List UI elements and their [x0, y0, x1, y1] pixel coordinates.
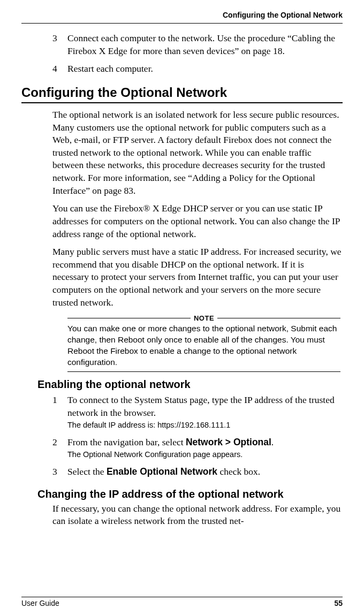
step-1: 1 To connect to the System Status page, …	[52, 394, 343, 431]
footer-left: User Guide	[21, 599, 59, 607]
step-2: 2 From the navigation bar, select Networ…	[52, 436, 343, 460]
step-text: Restart each computer.	[67, 63, 153, 75]
note-body: You can make one or more changes to the …	[67, 323, 340, 368]
step-text-c: check box.	[217, 466, 260, 477]
step-number: 2	[52, 436, 67, 460]
page-header: Configuring the Optional Network	[21, 11, 343, 24]
step-text-a: Select the	[67, 466, 107, 477]
section-heading: Configuring the Optional Network	[21, 85, 343, 103]
note-block: NOTE You can make one or more changes to…	[67, 314, 340, 372]
paragraph: If necessary, you can change the optiona…	[52, 503, 343, 528]
procedure-list-enable: 1 To connect to the System Status page, …	[52, 394, 343, 478]
page-number: 55	[334, 599, 343, 607]
step-body: From the navigation bar, select Network …	[67, 436, 274, 460]
note-rule-left	[67, 318, 191, 318]
subsection-heading: Enabling the optional network	[37, 378, 343, 391]
step-number: 1	[52, 394, 67, 431]
subsection-heading: Changing the IP address of the optional …	[37, 488, 343, 500]
step-text: Connect each computer to the network. Us…	[67, 32, 343, 57]
ui-path-bold: Network > Optional	[186, 437, 271, 447]
note-header: NOTE	[67, 314, 340, 322]
step-text-c: .	[271, 437, 274, 447]
step-3: 3 Select the Enable Optional Network che…	[52, 466, 343, 478]
running-head: Configuring the Optional Network	[223, 11, 343, 19]
paragraph: You can use the Firebox® X Edge DHCP ser…	[52, 202, 343, 240]
note-label: NOTE	[191, 314, 217, 322]
step-number: 4	[52, 63, 67, 75]
step-subtext: The default IP address is: https://192.1…	[67, 420, 343, 431]
page-footer: User Guide 55	[21, 597, 343, 607]
step-number: 3	[52, 32, 67, 57]
step-3: 3 Connect each computer to the network. …	[52, 32, 343, 57]
step-text: To connect to the System Status page, ty…	[67, 394, 335, 418]
note-rule-right	[217, 318, 340, 318]
paragraph: The optional network is an isolated netw…	[52, 109, 343, 197]
step-4: 4 Restart each computer.	[52, 63, 343, 75]
ui-control-bold: Enable Optional Network	[107, 466, 217, 477]
step-body: To connect to the System Status page, ty…	[67, 394, 343, 431]
paragraph: Many public servers must have a static I…	[52, 246, 343, 309]
footer-rule	[21, 597, 343, 597]
step-subtext: The Optional Network Configuration page …	[67, 450, 274, 460]
procedure-list-top: 3 Connect each computer to the network. …	[52, 32, 343, 75]
step-text-a: From the navigation bar, select	[67, 437, 186, 447]
step-body: Select the Enable Optional Network check…	[67, 466, 260, 478]
note-footer-rule	[67, 371, 340, 372]
step-number: 3	[52, 466, 67, 478]
header-rule	[21, 23, 343, 24]
